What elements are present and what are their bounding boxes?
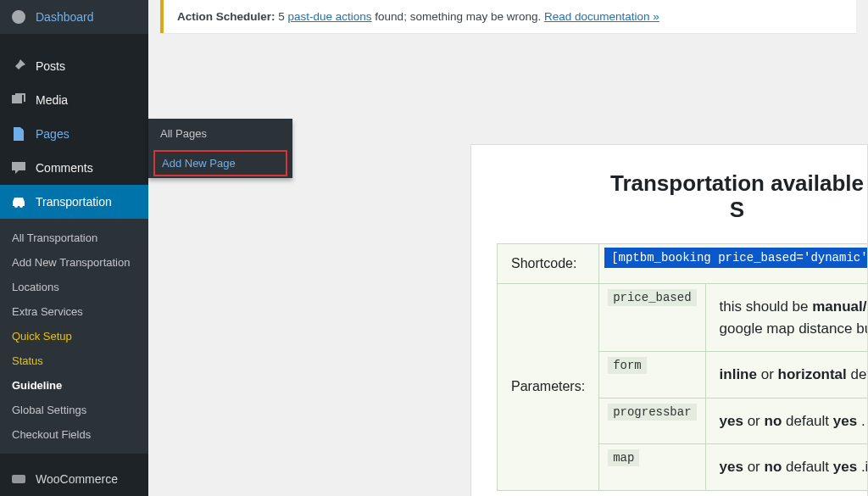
submenu-item-extra[interactable]: Extra Services: [0, 299, 148, 324]
param-name-cell: progressbar: [599, 398, 705, 444]
param-name-cell: price_based: [599, 284, 705, 352]
sidebar-label: Posts: [36, 59, 65, 73]
woo-icon: [10, 471, 27, 488]
sidebar-item-media[interactable]: Media: [0, 83, 148, 117]
submenu-item-status[interactable]: Status: [0, 348, 148, 373]
submenu-item-locations[interactable]: Locations: [0, 275, 148, 299]
submenu-item-global[interactable]: Global Settings: [0, 398, 148, 422]
sidebar-label: Comments: [36, 161, 93, 175]
param-desc-cell: inline or horizontal default horizontal: [705, 352, 868, 398]
param-code: map: [608, 449, 639, 466]
sidebar-item-pages[interactable]: Pages: [0, 117, 148, 151]
card-title: Transportation available S: [607, 170, 867, 223]
submenu-item-quicksetup[interactable]: Quick Setup: [0, 324, 148, 348]
pin-icon: [10, 58, 27, 75]
submenu-item-guideline[interactable]: Guideline: [0, 373, 148, 398]
transportation-submenu: All Transportation Add New Transportatio…: [0, 219, 148, 454]
comments-icon: [10, 159, 27, 176]
sidebar-item-comments[interactable]: Comments: [0, 151, 148, 185]
sidebar-item-woocommerce[interactable]: WooCommerce: [0, 462, 148, 496]
guideline-card: Transportation available S Shortcode: [m…: [470, 144, 868, 496]
parameters-label: Parameters:: [498, 284, 599, 491]
sidebar-label: Pages: [36, 127, 70, 141]
parameters-table: Shortcode: [mptbm_booking price_based='d…: [497, 243, 868, 491]
table-row: Parameters: price_based this should be m…: [498, 284, 869, 352]
submenu-item-all[interactable]: All Transportation: [0, 226, 148, 250]
param-desc: yes or no default yes . if no then progr…: [720, 410, 868, 432]
shortcode-value[interactable]: [mptbm_booking price_based='dynamic' for…: [604, 248, 868, 268]
admin-sidebar: Dashboard Posts Media Pages Comments Tra…: [0, 0, 148, 496]
shortcode-label: Shortcode:: [498, 244, 599, 284]
param-code: progressbar: [608, 404, 696, 421]
notice-link-docs[interactable]: Read documentation »: [544, 10, 659, 23]
notice-title: Action Scheduler:: [177, 10, 275, 23]
param-desc: this should be manual/dynamic defaultgoo…: [720, 296, 868, 339]
param-code: form: [608, 357, 647, 374]
action-scheduler-notice: Action Scheduler: 5 past-due actions fou…: [160, 0, 856, 33]
car-icon: [10, 193, 27, 210]
table-row: Shortcode: [mptbm_booking price_based='d…: [498, 244, 869, 284]
param-desc-cell: yes or no default yes .if no then map wi: [705, 444, 868, 491]
svg-rect-1: [12, 475, 25, 483]
param-desc-cell: yes or no default yes . if no then progr…: [705, 398, 868, 444]
param-desc: inline or horizontal default horizontal: [720, 364, 868, 386]
param-desc-cell: this should be manual/dynamic defaultgoo…: [705, 284, 868, 352]
sidebar-item-transportation[interactable]: Transportation: [0, 185, 148, 219]
dashboard-icon: [10, 8, 27, 25]
sidebar-label: Transportation: [36, 195, 112, 209]
content-area: Action Scheduler: 5 past-due actions fou…: [148, 0, 868, 496]
param-name-cell: map: [599, 444, 705, 491]
notice-link-actions[interactable]: past-due actions: [288, 10, 372, 23]
svg-point-0: [14, 98, 17, 100]
media-icon: [10, 92, 27, 109]
notice-text: found; something may be wrong.: [372, 10, 544, 23]
submenu-item-checkout[interactable]: Checkout Fields: [0, 422, 148, 447]
sidebar-item-posts[interactable]: Posts: [0, 49, 148, 83]
sidebar-label: WooCommerce: [36, 472, 118, 486]
shortcode-cell: [mptbm_booking price_based='dynamic' for…: [599, 244, 868, 284]
sidebar-label: Dashboard: [36, 10, 94, 24]
notice-count: 5: [275, 10, 288, 23]
param-name-cell: form: [599, 352, 705, 398]
flyout-arrow-icon: [135, 127, 148, 141]
param-desc: yes or no default yes .if no then map wi: [720, 456, 868, 478]
sidebar-label: Media: [36, 93, 68, 107]
submenu-item-addnew[interactable]: Add New Transportation: [0, 250, 148, 275]
pages-icon: [10, 125, 27, 142]
param-code: price_based: [608, 289, 696, 306]
sidebar-item-dashboard[interactable]: Dashboard: [0, 0, 148, 34]
